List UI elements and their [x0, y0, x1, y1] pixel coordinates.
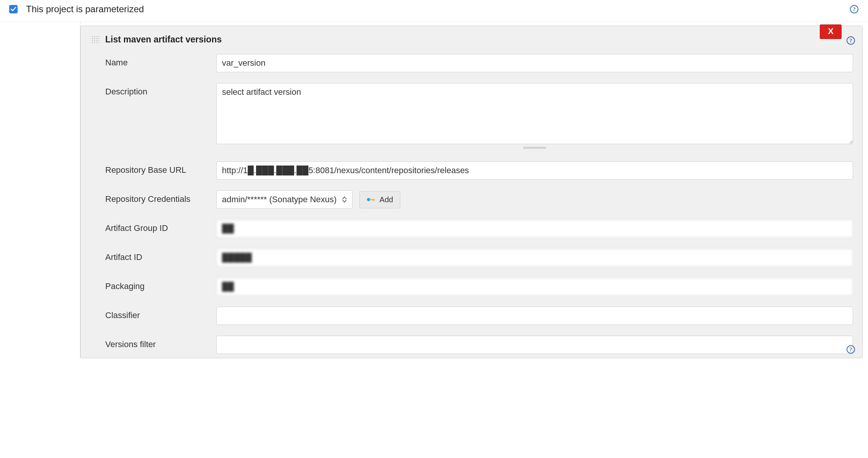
repo-credentials-selected: admin/****** (Sonatype Nexus)	[222, 195, 337, 205]
svg-rect-6	[373, 199, 374, 201]
help-icon[interactable]: ?	[846, 36, 855, 45]
packaging-label: Packaging	[105, 278, 216, 291]
left-gutter	[0, 22, 80, 358]
parameter-panel: X ? List maven artifact versions Name De…	[80, 26, 863, 358]
classifier-label: Classifier	[105, 307, 216, 320]
artifact-id-input[interactable]	[216, 248, 853, 267]
key-icon	[367, 197, 375, 203]
versions-filter-label: Versions filter	[105, 336, 216, 349]
classifier-input[interactable]	[216, 307, 853, 325]
svg-text:?: ?	[853, 6, 856, 12]
delete-button[interactable]: X	[820, 24, 842, 39]
artifact-group-id-input[interactable]	[216, 219, 853, 238]
add-credentials-button[interactable]: Add	[359, 191, 401, 208]
help-icon[interactable]: ?	[850, 5, 859, 14]
repo-base-url-label: Repository Base URL	[105, 161, 216, 175]
parameterized-row: This project is parameterized ?	[0, 0, 868, 22]
packaging-input[interactable]	[216, 278, 853, 296]
textarea-resize-handle[interactable]	[216, 147, 853, 151]
description-textarea[interactable]	[216, 83, 853, 144]
name-input[interactable]	[216, 54, 853, 72]
drag-handle-icon[interactable]	[91, 36, 100, 44]
help-icon[interactable]: ?	[846, 345, 855, 354]
artifact-group-id-label: Artifact Group ID	[105, 219, 216, 233]
delete-button-label: X	[828, 26, 834, 36]
artifact-id-label: Artifact ID	[105, 248, 216, 262]
versions-filter-input[interactable]	[216, 336, 853, 354]
repo-base-url-input[interactable]	[216, 161, 853, 180]
svg-text:?: ?	[849, 346, 852, 352]
check-icon	[10, 6, 16, 12]
svg-text:?: ?	[849, 37, 852, 44]
parameterized-checkbox[interactable]	[9, 5, 18, 13]
svg-rect-7	[374, 199, 375, 201]
add-button-label: Add	[380, 195, 393, 204]
description-label: Description	[105, 83, 216, 97]
svg-point-4	[367, 198, 370, 201]
name-label: Name	[105, 54, 216, 68]
panel-title: List maven artifact versions	[105, 34, 222, 45]
select-arrows-icon	[342, 197, 347, 203]
parameterized-label: This project is parameterized	[26, 4, 850, 15]
repo-credentials-label: Repository Credentials	[105, 190, 216, 204]
repo-credentials-select[interactable]: admin/****** (Sonatype Nexus)	[216, 190, 352, 209]
